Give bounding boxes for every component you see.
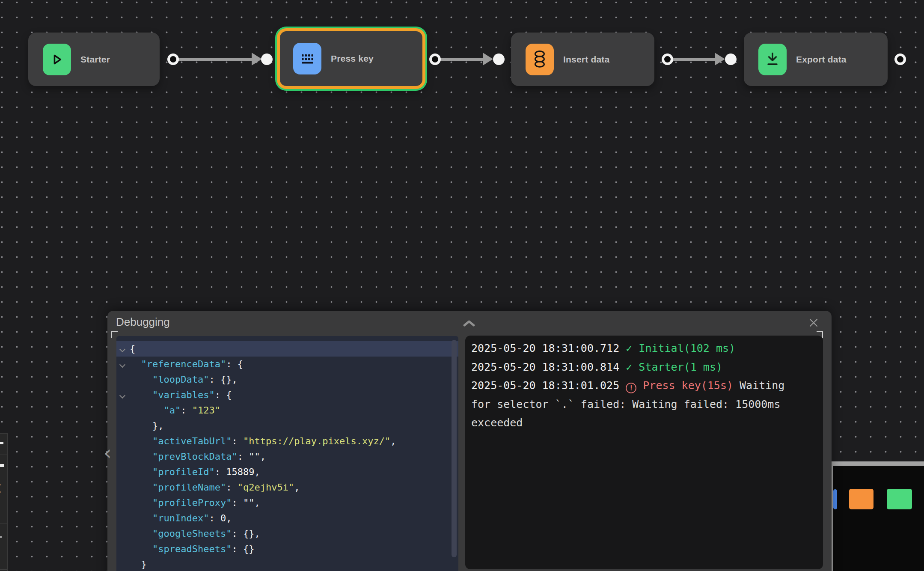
json-tree-row: "googleSheets": {}, — [116, 526, 458, 541]
json-tree-row: "referenceData": { — [116, 357, 458, 372]
toolbar-fragment-2[interactable] — [0, 464, 4, 467]
node-label: Insert data — [563, 54, 609, 65]
chevron-up-icon[interactable] — [462, 319, 477, 330]
input-port-insertdata[interactable] — [493, 54, 505, 65]
json-tree-row: "profileId": 15889, — [116, 464, 458, 480]
json-tree-row: "profileName": "q2ejhv5i", — [116, 480, 458, 495]
minimap[interactable] — [829, 461, 924, 571]
json-state-viewer[interactable]: { "referenceData": { "loopData": {}, "va… — [116, 336, 458, 571]
chevron-left-icon[interactable]: ‹ — [104, 444, 111, 461]
output-port-starter[interactable] — [167, 54, 179, 65]
toolbar-fragment-4[interactable] — [0, 536, 2, 538]
log-timestamp: 2025-05-20 18:31:00.814 — [471, 361, 626, 373]
edge-line — [669, 58, 715, 61]
scrollbar-thumb[interactable] — [452, 340, 457, 557]
output-port-presskey[interactable] — [429, 54, 441, 65]
node-label: Export data — [796, 54, 847, 65]
log-list: 2025-05-20 18:31:00.712 ✓ Initial(102 ms… — [471, 339, 810, 432]
json-tree-row: }, — [116, 418, 458, 434]
json-tree-row: "spreadSheets": {} — [116, 541, 458, 557]
collapse-chevron-icon[interactable] — [119, 362, 125, 368]
check-icon: ✓ Starter(1 ms) — [626, 361, 722, 373]
node-export-data[interactable]: Export data — [744, 33, 888, 86]
json-tree-row: "loopData": {}, — [116, 372, 458, 387]
play-icon — [43, 44, 71, 75]
log-block-name: Press key(15s) — [636, 379, 733, 392]
edge-arrow-icon — [252, 53, 262, 65]
canvas-side-toolbar[interactable]: C — [0, 433, 8, 571]
json-tree-row: "variables": { — [116, 387, 458, 403]
edge-arrow-icon — [715, 53, 725, 65]
json-tree-row: "profileProxy": "", — [116, 495, 458, 511]
output-port-exportdata[interactable] — [894, 54, 906, 65]
edge-arrow-icon — [483, 53, 493, 65]
node-starter[interactable]: Starter — [28, 33, 160, 86]
log-entry: 2025-05-20 18:31:00.712 ✓ Initial(102 ms… — [471, 339, 810, 358]
log-timestamp: 2025-05-20 18:31:00.712 — [471, 342, 626, 354]
json-tree-row: "a": "123" — [116, 403, 458, 418]
node-label: Press key — [331, 54, 374, 64]
log-entry: 2025-05-20 18:31:00.814 ✓ Starter(1 ms) — [471, 358, 810, 377]
workflow-canvas[interactable]: { "editor": { "nodes": [ {"label": "Star… — [0, 0, 924, 571]
collapse-chevron-icon[interactable] — [119, 393, 125, 399]
json-tree-row: "runIndex": 0, — [116, 511, 458, 526]
node-label: Starter — [80, 54, 110, 65]
json-tree-rows: { "referenceData": { "loopData": {}, "va… — [116, 341, 458, 571]
minimap-node — [887, 489, 912, 509]
output-port-insertdata[interactable] — [662, 54, 673, 65]
debugging-panel[interactable]: Debugging ‹ › { "referenceData": { "loop… — [107, 311, 832, 571]
edge-line — [175, 58, 252, 61]
error-icon: ! — [626, 383, 636, 393]
toolbar-fragment-3[interactable]: C — [0, 481, 1, 496]
log-timestamp: 2025-05-20 18:31:01.025 — [471, 379, 626, 392]
json-tree-row: "activeTabUrl": "https://play.pixels.xyz… — [116, 434, 458, 449]
collapse-chevron-icon[interactable] — [119, 346, 125, 352]
toolbar-fragment-1[interactable] — [0, 442, 3, 444]
close-icon[interactable] — [808, 318, 820, 329]
edge-line — [437, 58, 483, 61]
json-tree-row: { — [116, 341, 458, 357]
json-tree-row: "prevBlockData": "", — [116, 449, 458, 464]
database-icon — [526, 44, 554, 75]
minimap-node — [849, 489, 873, 509]
check-icon: ✓ Initial(102 ms) — [626, 342, 735, 354]
keyboard-icon — [293, 43, 321, 74]
panel-title: Debugging — [116, 315, 170, 329]
input-port-exportdata[interactable] — [725, 54, 737, 65]
minimap-node — [833, 489, 837, 509]
execution-log[interactable]: 2025-05-20 18:31:00.712 ✓ Initial(102 ms… — [465, 336, 823, 569]
json-tree-row: } — [116, 557, 458, 571]
download-icon — [758, 44, 787, 75]
node-insert-data[interactable]: Insert data — [511, 33, 654, 86]
input-port-presskey[interactable] — [261, 54, 273, 65]
log-entry: 2025-05-20 18:31:01.025 ! Press key(15s)… — [471, 376, 810, 432]
node-press-key[interactable]: Press key — [277, 28, 425, 89]
